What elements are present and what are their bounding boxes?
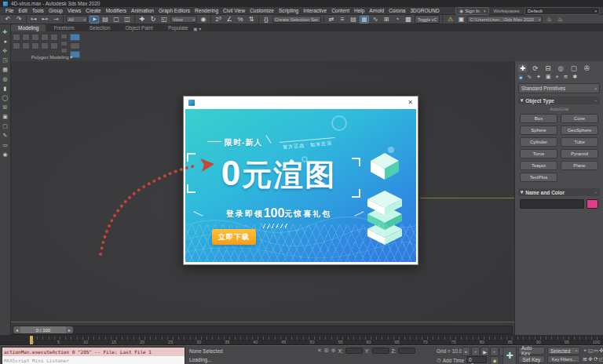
left-toolbar-icon[interactable]: ● [3, 38, 6, 45]
create-category-icon[interactable]: ▣ [545, 74, 552, 80]
menu-item[interactable]: Civil View [221, 7, 247, 14]
playback-button[interactable]: « [462, 347, 470, 356]
left-toolbar-icon[interactable]: ▭ [2, 141, 8, 148]
snaps-toggle-icon[interactable]: 2³ [214, 16, 223, 24]
time-slider-handle[interactable]: 0 / 100 [20, 326, 66, 333]
spinner-snap-icon[interactable]: ⇅ [247, 16, 256, 24]
curve-editor-icon[interactable]: ∿ [371, 16, 380, 24]
render-iterative-icon[interactable]: ♨ [555, 16, 565, 24]
left-toolbar-icon[interactable]: ▢ [2, 122, 8, 129]
object-color-swatch[interactable] [587, 199, 598, 209]
create-category-icon[interactable]: ⌖ [555, 74, 560, 80]
set-key-button[interactable]: Set Key [518, 355, 545, 363]
create-category-icon[interactable]: ✦ [535, 74, 542, 80]
grid-toggle-icon[interactable]: ⊞ [324, 348, 329, 354]
create-selection-set-input[interactable]: Create Selection Set [272, 16, 321, 23]
viewport-nav-icon[interactable]: ✜ [588, 355, 593, 363]
add-key-button[interactable]: ✚ [502, 347, 517, 364]
key-selection-dropdown[interactable]: Selected ▾ [547, 347, 580, 355]
ribbon-button[interactable] [60, 41, 68, 46]
menu-item[interactable]: Animation [129, 7, 156, 14]
ribbon-button[interactable] [60, 48, 68, 53]
left-toolbar-icon[interactable]: ⊞ [3, 104, 8, 111]
current-frame-field[interactable]: 0 [466, 356, 487, 363]
maxscript-mini-listener[interactable]: actionMan.executeAction 0 "205" -- File:… [2, 347, 185, 364]
playback-button[interactable]: ▶ [481, 347, 489, 356]
key-mode-icon[interactable]: ◆ [490, 356, 499, 364]
menu-item[interactable]: Views [65, 7, 83, 14]
render-production-icon[interactable]: ♨ [544, 16, 554, 24]
viewport-nav-icon[interactable]: ⊞ [583, 355, 587, 363]
unlink-selection-icon[interactable]: ⊷ [40, 16, 49, 24]
left-toolbar-icon[interactable]: ▮ [4, 85, 7, 92]
primitive-button[interactable]: Cone [561, 114, 598, 123]
select-and-link-icon[interactable]: ⊶ [29, 16, 38, 24]
left-toolbar-icon[interactable]: ✚ [3, 28, 8, 35]
selection-lock-icon[interactable]: ✕ [317, 348, 322, 354]
z-coordinate-field[interactable] [398, 348, 415, 354]
named-selection-sets-icon[interactable]: {} [261, 16, 271, 24]
primitives-dropdown[interactable]: Standard Primitives ▾ [518, 83, 600, 93]
object-type-rollout-header[interactable]: ▾ Object Type − [518, 96, 600, 104]
left-toolbar-icon[interactable]: ◍ [2, 75, 7, 82]
ribbon-button[interactable] [31, 42, 39, 49]
key-filters-button[interactable]: Key Filters... [547, 355, 580, 363]
material-editor-icon[interactable]: ◔ [393, 16, 402, 24]
time-slider-track[interactable]: ◂ 0 / 100 ▸ [13, 326, 513, 334]
reference-coordinate-dropdown[interactable]: View ▾ [170, 16, 197, 23]
left-toolbar-icon[interactable]: ✜ [3, 47, 8, 54]
angle-snap-icon[interactable]: ∠ [225, 16, 234, 24]
viewport-nav-icon[interactable]: ◱ [588, 347, 593, 355]
primitive-button[interactable]: Pyramid [561, 149, 598, 158]
ribbon-tab[interactable]: Freeform [46, 24, 81, 31]
menu-item[interactable]: Customize [247, 7, 276, 14]
x-coordinate-field[interactable] [345, 348, 363, 354]
menu-item[interactable]: Content [329, 7, 352, 14]
viewport-nav-icon[interactable]: ⟳ [594, 355, 598, 363]
ribbon-tab[interactable]: Selection [82, 24, 118, 31]
layer-explorer-icon[interactable]: ▤ [349, 16, 358, 24]
rendered-frame-window-icon[interactable]: ▣ [456, 16, 466, 24]
auto-key-button[interactable]: Auto Key [518, 347, 545, 355]
left-toolbar-icon[interactable]: ▦ [2, 66, 8, 73]
left-toolbar-icon[interactable]: ◯ [2, 94, 9, 101]
select-object-icon[interactable]: ➤ [90, 16, 99, 24]
command-panel-tab[interactable]: ◎ [556, 64, 565, 72]
primitive-button[interactable]: Tube [561, 137, 598, 147]
command-panel-tab[interactable]: ⟳ [531, 64, 539, 72]
left-toolbar-icon[interactable]: ◉ [2, 151, 7, 158]
select-and-scale-icon[interactable]: ◱ [159, 16, 169, 24]
ribbon-button[interactable] [70, 42, 80, 49]
primitive-button[interactable]: Sphere [520, 126, 557, 135]
selection-filter-dropdown[interactable]: All ▾ [66, 16, 88, 23]
ribbon-tab[interactable]: Object Paint [119, 24, 160, 31]
name-color-rollout-header[interactable]: ▾ Name and Color − [518, 188, 600, 196]
menu-item[interactable]: Group [46, 7, 65, 14]
close-icon[interactable]: ✕ [407, 100, 413, 106]
ribbon-button[interactable] [60, 34, 68, 39]
menu-item[interactable]: Tools [30, 7, 46, 14]
selection-region-icon[interactable]: ▢ [111, 16, 121, 24]
command-panel-tab[interactable]: ⊟ [543, 64, 552, 72]
playback-button[interactable]: › [490, 347, 499, 356]
toggle-vc-button[interactable]: Toggle vC [415, 15, 440, 24]
next-frame-button[interactable]: ▸ [66, 326, 73, 333]
menu-item[interactable]: Modifiers [104, 7, 129, 14]
percent-snap-icon[interactable]: % [236, 16, 245, 24]
menu-item[interactable]: Interactive [301, 7, 329, 14]
polygon-modeling-label[interactable]: Polygon Modeling ▾ [11, 54, 93, 60]
primitive-button[interactable]: Plane [561, 161, 598, 170]
ribbon-button[interactable] [41, 34, 49, 41]
create-category-icon[interactable]: ✱ [572, 74, 578, 80]
command-panel-tab[interactable]: ✇ [583, 64, 591, 72]
previous-frame-button[interactable]: ◂ [13, 326, 20, 333]
menu-item[interactable]: Edit [16, 7, 29, 14]
ribbon-button[interactable] [41, 42, 49, 49]
primitive-button[interactable]: Box [520, 114, 557, 123]
render-setup-icon[interactable]: ▩ [404, 16, 413, 24]
primitive-button[interactable]: TextPlus [520, 173, 557, 182]
menu-item[interactable]: Graph Editors [156, 7, 192, 14]
ribbon-button[interactable] [31, 34, 39, 41]
create-category-icon[interactable]: ● [518, 75, 523, 80]
y-coordinate-field[interactable] [372, 348, 389, 354]
